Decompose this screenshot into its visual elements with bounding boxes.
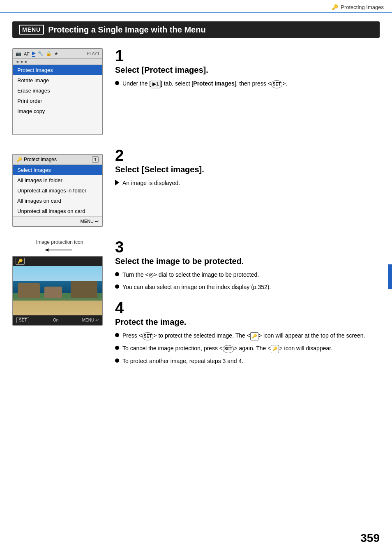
submenu-num: 1 (92, 156, 99, 163)
bullet-icon-3a (115, 272, 119, 276)
set-button-label[interactable]: SET (16, 317, 29, 323)
step-4-bullet-text-3: To protect another image, repeat steps 3… (122, 356, 243, 366)
submenu-select-images[interactable]: Select images (13, 165, 102, 175)
beach (13, 301, 102, 315)
step-3-bullet-1: Turn the <◎> dial to select the image to… (115, 270, 380, 279)
submenu-title: Protect images (24, 157, 57, 162)
step-4-title: Protect the image. (115, 317, 380, 327)
submenu: 🔑 Protect images 1 Select images All ima… (12, 154, 103, 227)
menu-dots: ■ ■ ■ (13, 59, 102, 65)
submenu-header-left: 🔑 Protect images (16, 157, 57, 162)
tab-ref: ▶1 (151, 80, 161, 88)
set-inline-1: SET (142, 332, 153, 340)
step-2-right: 2 Select [Select images]. An image is di… (115, 148, 380, 227)
step-4-bullet-3: To protect another image, repeat steps 3… (115, 356, 380, 366)
menu-item-rotate[interactable]: Rotate image (13, 75, 102, 86)
menu-badge: MENU (19, 25, 44, 35)
step-3-bullet-2: You can also select an image on the inde… (115, 282, 380, 292)
triangle-icon (115, 180, 119, 185)
step-3-block: 3 Select the image to be protected. Turn… (115, 239, 380, 292)
photo-top-bar: 🔑 (13, 257, 102, 266)
menu-back-label: MENU ↩ (81, 219, 99, 224)
set-inline-2: SET (223, 345, 234, 353)
photo-frame: 🔑 SET On (12, 256, 103, 326)
menu-item-erase[interactable]: Erase images (13, 86, 102, 96)
tab-wrench[interactable]: 🔧 (38, 51, 44, 56)
step-1-container: 📷 AF ▶ 🔧 🔒 ★ PLAY1 ■ ■ ■ Protect images … (12, 48, 380, 135)
step-4-bullet-text-1: Press <SET> to protect the selected imag… (122, 331, 365, 340)
bullet-icon-4b (115, 346, 119, 350)
protect-inline-2: 🔑 (271, 345, 279, 353)
svg-marker-1 (45, 248, 48, 252)
step-3-title: Select the image to be protected. (115, 257, 380, 266)
page-number: 359 (360, 532, 380, 545)
step-4-bullet-text-2: To cancel the image protection, press <S… (122, 344, 332, 353)
arrow-container (12, 246, 107, 254)
header-label: Protecting Images (341, 4, 384, 10)
step-2-title: Select [Select images]. (115, 165, 380, 174)
menu-item-protect[interactable]: Protect images (13, 65, 102, 75)
step-34-right: 3 Select the image to be protected. Turn… (115, 239, 380, 369)
bullet-icon-3b (115, 285, 119, 289)
menu-item-copy[interactable]: Image copy (13, 106, 102, 116)
cliff-3 (71, 281, 97, 301)
set-icon: SET (271, 80, 282, 88)
protect-icon-top: 🔑 (16, 258, 25, 265)
title-section: MENU Protecting a Single Image with the … (12, 21, 380, 38)
on-label: On (53, 318, 58, 322)
tab-af[interactable]: AF (24, 51, 30, 56)
step-1-left: 📷 AF ▶ 🔧 🔒 ★ PLAY1 ■ ■ ■ Protect images … (12, 48, 107, 135)
step-3-bullet-text-2: You can also select an image on the inde… (122, 282, 271, 292)
bullet-icon (115, 81, 119, 85)
header-text: 🔑 Protecting Images (332, 4, 384, 10)
image-caption: Image protection icon (12, 239, 107, 245)
submenu-unprotect-folder[interactable]: Unprotect all images in folder (13, 185, 102, 196)
submenu-footer: MENU ↩ (13, 216, 102, 226)
tab-icons: 📷 AF ▶ 🔧 🔒 ★ (16, 51, 58, 57)
submenu-header: 🔑 Protect images 1 (13, 155, 102, 165)
page-header: 🔑 Protecting Images (0, 0, 392, 13)
menu-item-blank1 (13, 116, 102, 125)
vegetation (13, 298, 102, 301)
step-1-bullet-1: Under the [▶1] tab, select [Protect imag… (115, 79, 380, 88)
step-3-number: 3 (115, 239, 380, 255)
caption-container: Image protection icon (12, 239, 107, 254)
step-1-bullet-text: Under the [▶1] tab, select [Protect imag… (122, 79, 287, 88)
bullet-icon-4c (115, 359, 119, 363)
main-content: MENU Protecting a Single Image with the … (0, 13, 392, 393)
step-2-container: 🔑 Protect images 1 Select images All ima… (12, 148, 380, 227)
step-1-number: 1 (115, 48, 380, 64)
step-2-number: 2 (115, 148, 380, 163)
step-4-bullet-1: Press <SET> to protect the selected imag… (115, 331, 380, 340)
step-1-right: 1 Select [Protect images]. Under the [▶1… (115, 48, 380, 135)
photo-bottom-bar: SET On MENU ↩ (13, 315, 102, 325)
step-4-bullet-2: To cancel the image protection, press <S… (115, 344, 380, 353)
tab-lock[interactable]: 🔒 (46, 51, 52, 56)
arrow-svg (41, 246, 78, 254)
protect-inline-1: 🔑 (250, 332, 258, 340)
submenu-unprotect-card[interactable]: Unprotect all images on card (13, 206, 102, 216)
step-1-title: Select [Protect images]. (115, 65, 380, 75)
tab-camera[interactable]: 📷 (16, 51, 21, 56)
menu-item-print[interactable]: Print order (13, 96, 102, 106)
step-34-left: Image protection icon 🔑 (12, 239, 107, 369)
tab-play[interactable]: ▶ (32, 51, 35, 57)
page-title: Protecting a Single Image with the Menu (48, 25, 205, 35)
tab-star[interactable]: ★ (54, 51, 58, 56)
submenu-all-card[interactable]: All images on card (13, 196, 102, 206)
menu-tabs: 📷 AF ▶ 🔧 🔒 ★ PLAY1 (13, 49, 102, 59)
menu-item-blank2 (13, 125, 102, 134)
step-2-left: 🔑 Protect images 1 Select images All ima… (12, 148, 107, 227)
key-icon: 🔑 (332, 4, 338, 10)
play-label: PLAY1 (87, 51, 99, 56)
step-2-bullet-text: An image is displayed. (122, 178, 180, 187)
photo-image (13, 266, 102, 315)
step-4-number: 4 (115, 300, 380, 316)
menu-back[interactable]: MENU ↩ (82, 318, 99, 322)
right-sidebar-bar (388, 264, 392, 289)
step-3-bullet-text-1: Turn the <◎> dial to select the image to… (122, 270, 259, 279)
step-2-bullet-1: An image is displayed. (115, 178, 380, 187)
submenu-all-folder[interactable]: All images in folder (13, 175, 102, 185)
step-34-container: Image protection icon 🔑 (12, 239, 380, 369)
camera-menu-1: 📷 AF ▶ 🔧 🔒 ★ PLAY1 ■ ■ ■ Protect images … (12, 48, 103, 135)
